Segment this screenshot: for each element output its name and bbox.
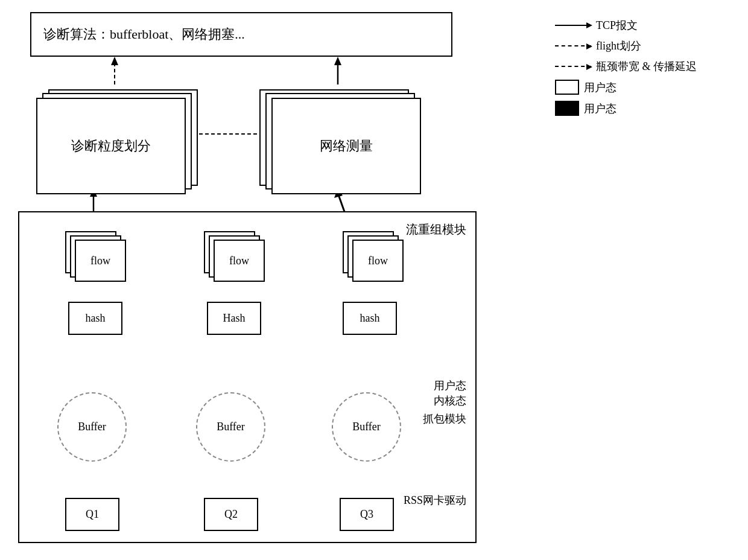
legend-item-flight: flight划分: [555, 39, 724, 53]
legend-label-userspace-white: 用户态: [584, 80, 616, 95]
legend-label-tcp: TCP报文: [596, 18, 638, 33]
buffer1-circle: Buffer: [57, 392, 127, 462]
zjld-front: 诊断粒度划分: [36, 98, 186, 194]
buffer2-circle: Buffer: [196, 392, 265, 462]
hash1-box: hash: [68, 302, 122, 335]
legend-item-userspace-white: 用户态: [555, 80, 724, 95]
lzz-label: 流重组模块: [406, 221, 466, 238]
wlcl-label: 网络测量: [320, 137, 373, 155]
flow2-label: flow: [229, 255, 249, 267]
q2-box: Q2: [204, 498, 258, 531]
flow3-front: flow: [352, 240, 404, 282]
flow1-label: flow: [90, 255, 110, 267]
svg-marker-29: [334, 57, 341, 65]
flow2-front: flow: [214, 240, 265, 282]
buffer1-label: Buffer: [78, 421, 106, 433]
svg-marker-27: [111, 57, 118, 65]
q1-box: Q1: [65, 498, 119, 531]
wlcl-front: 网络测量: [271, 98, 421, 194]
legend-item-tcp: TCP报文: [555, 18, 724, 33]
q3-label: Q3: [360, 508, 373, 521]
legend-item-userspace-black: 用户态: [555, 101, 724, 116]
hash1-label: hash: [86, 312, 106, 325]
flow3-label: flow: [368, 255, 388, 267]
zbmk-label: 抓包模块: [423, 412, 466, 426]
buffer3-circle: Buffer: [332, 392, 401, 462]
q3-box: Q3: [340, 498, 394, 531]
flow1-front: flow: [75, 240, 126, 282]
buffer2-label: Buffer: [217, 421, 245, 433]
q1-label: Q1: [86, 508, 99, 521]
yhz-label: 用户态: [434, 378, 466, 393]
rss-label: RSS网卡驱动: [404, 493, 466, 508]
legend-label-bottleneck: 瓶颈带宽 & 传播延迟: [596, 59, 697, 74]
diagnosis-algo-label: 诊断算法：bufferbloat、网络拥塞...: [43, 25, 245, 43]
hash3-label: hash: [360, 312, 380, 325]
legend-item-bottleneck: 瓶颈带宽 & 传播延迟: [555, 59, 724, 74]
buffer3-label: Buffer: [352, 421, 381, 433]
hash3-box: hash: [343, 302, 397, 335]
diagram-container: TCP报文 flight划分 瓶颈带宽 & 传播延迟 用户态 用户态 诊断算法：…: [0, 0, 748, 560]
nhz-label: 内核态: [434, 393, 466, 408]
legend: TCP报文 flight划分 瓶颈带宽 & 传播延迟 用户态 用户态: [555, 18, 724, 122]
hash2-box: Hash: [207, 302, 261, 335]
zjld-label: 诊断粒度划分: [71, 137, 151, 155]
hash2-label: Hash: [223, 312, 246, 325]
legend-label-flight: flight划分: [596, 39, 641, 53]
legend-label-userspace-black: 用户态: [584, 101, 616, 116]
q2-label: Q2: [224, 508, 238, 521]
diagnosis-algo-box: 诊断算法：bufferbloat、网络拥塞...: [30, 12, 452, 57]
